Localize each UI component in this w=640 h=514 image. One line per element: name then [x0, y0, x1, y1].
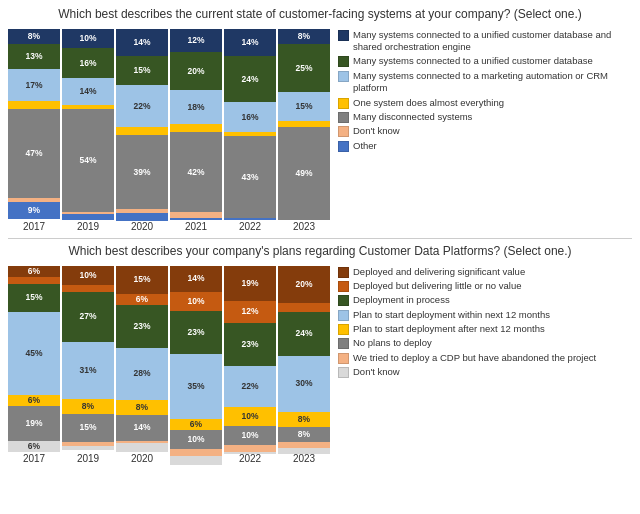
legend-swatch — [338, 141, 349, 152]
segment-label: 6% — [28, 396, 40, 405]
legend-label: Don't know — [353, 366, 400, 378]
legend-swatch — [338, 353, 349, 364]
bar-segment — [170, 218, 222, 220]
bar-segment: 23% — [170, 311, 222, 354]
segment-label: 22% — [133, 102, 150, 111]
chart1-bars: 8%13%17%47%9%201710%16%14%54%201914%15%2… — [8, 29, 330, 232]
bar-segment: 8% — [116, 400, 168, 415]
segment-label: 31% — [79, 366, 96, 375]
legend-label: We tried to deploy a CDP but have abando… — [353, 352, 596, 364]
bar-year-label: 2022 — [239, 453, 261, 464]
bar-segment: 28% — [116, 348, 168, 400]
bar-segment: 14% — [116, 29, 168, 56]
bar-segment — [224, 452, 276, 454]
bar-segment: 39% — [116, 135, 168, 209]
bar-segment: 49% — [278, 127, 330, 220]
bar-group: 8%13%17%47%9%2017 — [8, 29, 60, 232]
bar-segment: 15% — [116, 266, 168, 294]
segment-label: 13% — [25, 52, 42, 61]
segment-label: 14% — [133, 423, 150, 432]
bar-segment: 25% — [278, 44, 330, 92]
segment-label: 15% — [133, 275, 150, 284]
legend-swatch — [338, 71, 349, 82]
bar-segment — [62, 285, 114, 292]
bar-group: 14%24%16%43%2022 — [224, 29, 276, 232]
chart2-title: Which best describes your company's plan… — [8, 243, 632, 260]
legend-item: Many systems connected to a unified cust… — [338, 55, 632, 67]
segment-label: 8% — [298, 430, 310, 439]
bar-segment: 8% — [62, 399, 114, 414]
bar-segment — [278, 303, 330, 312]
bar-segment: 15% — [8, 284, 60, 312]
segment-label: 24% — [241, 75, 258, 84]
legend-label: Don't know — [353, 125, 400, 137]
segment-label: 8% — [28, 32, 40, 41]
legend-swatch — [338, 30, 349, 41]
segment-label: 16% — [79, 59, 96, 68]
bar-segment: 19% — [8, 406, 60, 441]
bar-segment: 45% — [8, 312, 60, 395]
bar-year-label: 2022 — [239, 221, 261, 232]
bar-segment: 10% — [62, 266, 114, 285]
bar-segment: 6% — [170, 419, 222, 430]
bar-year-label: 2017 — [23, 221, 45, 232]
bar-group: 8%25%15%49%2023 — [278, 29, 330, 232]
bar-group: 20%24%30%8%8%2023 — [278, 266, 330, 464]
bar-segment — [62, 446, 114, 450]
segment-label: 42% — [187, 168, 204, 177]
segment-label: 6% — [28, 267, 40, 276]
bar-group: 14%15%22%39%2020 — [116, 29, 168, 232]
chart2-legend: Deployed and delivering significant valu… — [338, 266, 596, 379]
segment-label: 39% — [133, 168, 150, 177]
legend-label: Deployed but delivering little or no val… — [353, 280, 521, 292]
legend-swatch — [338, 324, 349, 335]
segment-label: 8% — [298, 415, 310, 424]
bar-year-label: 2021 — [185, 221, 207, 232]
bar-segment: 6% — [116, 294, 168, 305]
segment-label: 14% — [133, 38, 150, 47]
bar-segment: 9% — [8, 202, 60, 219]
stacked-bar: 14%10%23%35%6%10% — [170, 266, 222, 451]
bar-segment: 27% — [62, 292, 114, 342]
bar-year-label: 2019 — [77, 453, 99, 464]
segment-label: 10% — [187, 297, 204, 306]
segment-label: 8% — [82, 402, 94, 411]
bar-segment — [8, 277, 60, 284]
bar-segment — [116, 443, 168, 452]
stacked-bar: 15%6%23%28%8%14% — [116, 266, 168, 451]
bar-segment: 8% — [8, 29, 60, 44]
bar-segment — [170, 456, 222, 465]
bar-segment — [116, 213, 168, 221]
legend-item: Deployed and delivering significant valu… — [338, 266, 596, 278]
bar-segment — [8, 101, 60, 109]
bar-segment: 42% — [170, 132, 222, 212]
legend-swatch — [338, 367, 349, 378]
segment-label: 10% — [241, 431, 258, 440]
charts-divider — [8, 238, 632, 239]
stacked-bar: 8%13%17%47%9% — [8, 29, 60, 219]
segment-label: 15% — [295, 102, 312, 111]
segment-label: 14% — [187, 274, 204, 283]
stacked-bar: 19%12%23%22%10%10% — [224, 266, 276, 451]
bar-segment: 8% — [278, 412, 330, 427]
segment-label: 24% — [295, 329, 312, 338]
bar-segment: 12% — [224, 301, 276, 323]
legend-label: Many systems connected to a unified cust… — [353, 29, 632, 54]
bar-segment: 10% — [170, 430, 222, 449]
segment-label: 23% — [187, 328, 204, 337]
bar-segment: 14% — [224, 29, 276, 56]
segment-label: 27% — [79, 312, 96, 321]
segment-label: 23% — [241, 340, 258, 349]
bar-segment: 23% — [224, 323, 276, 366]
bar-year-label: 2023 — [293, 453, 315, 464]
bar-year-label: 2017 — [23, 453, 45, 464]
bar-segment: 22% — [224, 366, 276, 407]
legend-swatch — [338, 267, 349, 278]
stacked-bar: 10%27%31%8%15% — [62, 266, 114, 451]
stacked-bar: 12%20%18%42% — [170, 29, 222, 219]
legend-label: Plan to start deployment within next 12 … — [353, 309, 550, 321]
bar-segment: 14% — [62, 78, 114, 105]
bar-group: 14%10%23%35%6%10%2021 — [170, 266, 222, 464]
bar-segment: 8% — [278, 427, 330, 442]
segment-label: 25% — [295, 64, 312, 73]
